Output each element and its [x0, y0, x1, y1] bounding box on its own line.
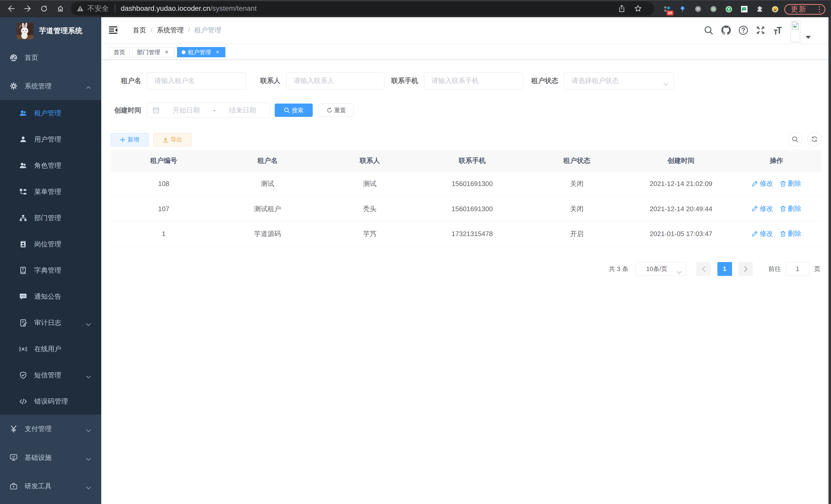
edit-button[interactable]: 修改: [752, 229, 773, 238]
share-icon[interactable]: [619, 5, 625, 12]
extension-emoji-icon[interactable]: [772, 6, 778, 12]
tag-home[interactable]: 首页: [109, 47, 130, 57]
sidebar-item-dictionary[interactable]: 字典管理: [0, 258, 101, 284]
trash-icon: [780, 181, 786, 187]
sidebar-item-departments[interactable]: 部门管理: [0, 205, 101, 231]
page-number-button[interactable]: 1: [717, 262, 732, 276]
breadcrumb-system[interactable]: 系统管理: [157, 26, 184, 35]
tenant-name-input[interactable]: 请输入租户名: [147, 72, 246, 90]
create-time-range-input[interactable]: 开始日期 - 结束日期: [147, 102, 270, 118]
extension-kite-icon[interactable]: [679, 6, 686, 12]
bookmark-star-icon[interactable]: [634, 5, 641, 12]
security-label[interactable]: 不安全: [87, 4, 109, 13]
extension-puzzle-icon[interactable]: [756, 6, 763, 12]
tag-tenant[interactable]: 租户管理 ×: [177, 47, 225, 57]
delete-button[interactable]: 删除: [780, 204, 801, 213]
tenant-name-label: 租户名: [111, 76, 147, 85]
col-status[interactable]: 租户状态: [523, 150, 630, 171]
tag-close-icon[interactable]: ×: [214, 49, 221, 55]
edit-button[interactable]: 修改: [752, 179, 773, 188]
plus-icon: [120, 137, 125, 143]
fullscreen-button[interactable]: [752, 17, 770, 43]
header-search-button[interactable]: [700, 17, 717, 43]
col-created[interactable]: 创建时间: [630, 150, 732, 171]
extension-command-icon[interactable]: ⌘: [695, 6, 701, 12]
extension-y-icon[interactable]: [726, 6, 732, 12]
delete-link-label: 删除: [788, 204, 801, 213]
browser-update-button[interactable]: 更新: [784, 4, 825, 14]
url-text[interactable]: dashboard.yudao.iocoder.cn/system/tenant: [121, 4, 257, 12]
sidebar-item-menus[interactable]: 菜单管理: [0, 179, 101, 205]
prev-page-button[interactable]: [696, 262, 711, 276]
window-scrollbar[interactable]: [828, 17, 831, 504]
contact-input[interactable]: 请输入联系人: [286, 72, 385, 90]
app-navbar: 首页 / 系统管理 / 租户管理: [101, 17, 831, 43]
cell-status: 开启: [523, 221, 630, 246]
reset-button[interactable]: 重置: [319, 103, 354, 117]
sidebar-item-payment[interactable]: 支付管理: [0, 415, 101, 443]
browser-menu-kebab-icon[interactable]: [819, 6, 820, 12]
contact-label: 联系人: [253, 76, 286, 85]
sidebar-toggle-button[interactable]: [101, 17, 125, 43]
sidebar-item-audit-log[interactable]: 审计日志: [0, 310, 101, 336]
github-link-button[interactable]: [717, 17, 735, 43]
sidebar-item-infrastructure[interactable]: 基础设施: [0, 443, 101, 472]
browser-home-button[interactable]: [56, 4, 65, 13]
browser-forward-button[interactable]: [23, 4, 33, 13]
delete-button[interactable]: 删除: [780, 229, 801, 238]
sidebar-item-tenant[interactable]: 租户管理: [0, 100, 101, 126]
col-tenant-name[interactable]: 租户名: [217, 150, 319, 171]
log-icon: [19, 319, 27, 327]
app-title: 芋道管理系统: [39, 26, 83, 36]
tag-close-icon[interactable]: ×: [164, 49, 170, 55]
edit-button[interactable]: 修改: [752, 204, 773, 213]
col-contact[interactable]: 联系人: [318, 150, 421, 171]
font-size-button[interactable]: [769, 17, 787, 43]
col-mobile[interactable]: 联系手机: [421, 150, 523, 171]
extension-record-icon[interactable]: [710, 6, 717, 12]
user-avatar[interactable]: [791, 21, 800, 42]
cell-status: 关闭: [523, 196, 630, 221]
status-select[interactable]: 请选择租户状态: [564, 72, 674, 90]
back-icon: [8, 5, 15, 12]
browser-back-button[interactable]: [6, 4, 16, 13]
address-bar[interactable]: 不安全 dashboard.yudao.iocoder.cn/system/te…: [71, 2, 654, 16]
add-button[interactable]: 新增: [111, 133, 148, 147]
sidebar-item-users[interactable]: 用户管理: [0, 126, 101, 153]
col-operations[interactable]: 操作: [732, 150, 821, 171]
browser-reload-button[interactable]: [39, 4, 49, 13]
browser-toolbar: 不安全 dashboard.yudao.iocoder.cn/system/te…: [0, 0, 831, 17]
monitor-icon: [10, 454, 18, 462]
sidebar-item-home[interactable]: 首页: [0, 43, 101, 72]
tag-dept[interactable]: 部门管理 ×: [132, 47, 174, 57]
extension-chat-icon[interactable]: [741, 6, 747, 12]
sidebar-item-posts[interactable]: 岗位管理: [0, 231, 101, 258]
sidebar-item-sms[interactable]: 短信管理: [0, 362, 101, 388]
search-button[interactable]: 搜索: [275, 103, 313, 117]
user-menu-caret[interactable]: [806, 32, 811, 41]
mobile-input[interactable]: 请输入联系手机: [424, 72, 523, 90]
sidebar-item-notice[interactable]: 通知公告: [0, 284, 101, 310]
refresh-table-button[interactable]: [807, 132, 821, 146]
chevron-left-icon: [701, 266, 706, 272]
sidebar-item-error-codes[interactable]: 错误码管理: [0, 388, 101, 415]
sidebar-item-roles[interactable]: 角色管理: [0, 153, 101, 179]
help-button[interactable]: [735, 17, 752, 43]
url-host: dashboard.yudao.iocoder.cn: [121, 4, 210, 12]
page-jump-input[interactable]: 1: [786, 262, 809, 276]
sidebar-item-dev-tools[interactable]: 研发工具: [0, 472, 101, 501]
col-tenant-id[interactable]: 租户编号: [111, 150, 217, 171]
page-size-select[interactable]: 10条/页: [635, 262, 686, 276]
show-search-toggle-button[interactable]: [788, 132, 802, 146]
extension-tiles-icon[interactable]: 10: [664, 6, 670, 12]
menu-tree-icon: [19, 188, 27, 196]
next-page-button[interactable]: [739, 262, 753, 276]
breadcrumb-separator: /: [150, 26, 152, 34]
breadcrumb-home[interactable]: 首页: [133, 26, 146, 35]
logo[interactable]: 芋道管理系统: [0, 17, 101, 41]
sidebar-item-system[interactable]: 系统管理: [0, 72, 101, 100]
sidebar-item-online-users[interactable]: 在线用户: [0, 336, 101, 362]
export-button[interactable]: 导出: [153, 133, 192, 147]
cell-tenant-id: 1: [111, 221, 217, 246]
delete-button[interactable]: 删除: [780, 179, 801, 188]
